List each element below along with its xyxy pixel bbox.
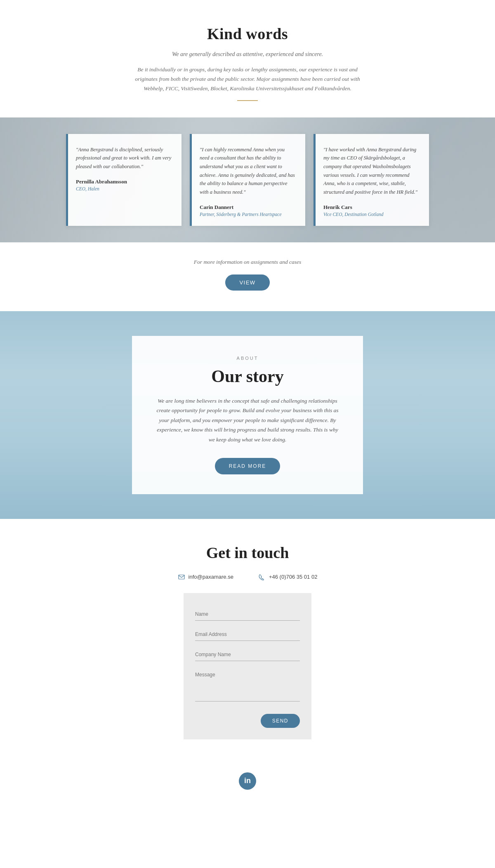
testimonial-name-1: Pernilla Abrahamsson [76,178,172,185]
testimonial-card-2: "I can highly recommend Anna when you ne… [190,134,305,226]
testimonials-grid: "Anna Bergstrand is disciplined, serious… [62,134,433,226]
view-button[interactable]: VIEW [225,274,269,291]
email-icon [178,573,185,581]
contact-section: Get in touch info@paxamare.se +46 (0)706… [0,519,495,760]
testimonial-name-3: Henrik Cars [323,204,419,211]
divider [237,100,258,101]
kind-words-section: Kind words We are generally described as… [0,0,495,117]
about-text: We are long time believers in the concep… [153,396,342,445]
testimonial-role-3: Vice CEO, Destination Gotland [323,212,419,217]
kind-words-subtitle: We are generally described as attentive,… [8,51,487,58]
about-section: ABOUT Our story We are long time believe… [0,311,495,519]
testimonials-hero: "Anna Bergstrand is disciplined, serious… [0,117,495,242]
testimonial-text-3: "I have worked with Anna Bergstrand duri… [323,145,419,197]
name-input[interactable] [195,608,300,621]
contact-form: SEND [195,608,300,728]
kind-words-title: Kind words [8,25,487,43]
testimonial-name-2: Carin Dannert [200,204,295,211]
view-text: For more information on assignments and … [8,259,487,265]
testimonial-text-1: "Anna Bergstrand is disciplined, serious… [76,145,172,171]
testimonial-text-2: "I can highly recommend Anna when you ne… [200,145,295,197]
company-input[interactable] [195,648,300,661]
contact-info-row: info@paxamare.se +46 (0)706 35 01 02 [8,573,487,581]
testimonial-role-1: CEO, Halen [76,186,172,191]
send-button[interactable]: SEND [261,714,300,728]
about-title: Our story [153,366,342,386]
testimonial-role-2: Partner, Söderberg & Partners Heartspace [200,212,295,217]
contact-form-wrapper: SEND [184,593,311,739]
contact-email: info@paxamare.se [189,574,233,580]
view-section: For more information on assignments and … [0,242,495,311]
svg-rect-0 [179,575,184,579]
contact-phone: +46 (0)706 35 01 02 [269,574,317,580]
read-more-button[interactable]: READ MORE [215,458,280,474]
kind-words-description: Be it individually or in groups, during … [132,65,363,94]
testimonial-card-1: "Anna Bergstrand is disciplined, serious… [66,134,182,226]
footer-section: in [0,760,495,806]
phone-icon [258,573,266,581]
linkedin-button[interactable]: in [239,772,256,790]
contact-title: Get in touch [8,544,487,562]
contact-phone-item: +46 (0)706 35 01 02 [258,573,317,581]
contact-email-item: info@paxamare.se [178,573,233,581]
about-card: ABOUT Our story We are long time believe… [132,336,363,494]
about-label: ABOUT [153,356,342,361]
message-input[interactable] [195,669,300,701]
email-input[interactable] [195,628,300,641]
testimonial-card-3: "I have worked with Anna Bergstrand duri… [314,134,429,226]
